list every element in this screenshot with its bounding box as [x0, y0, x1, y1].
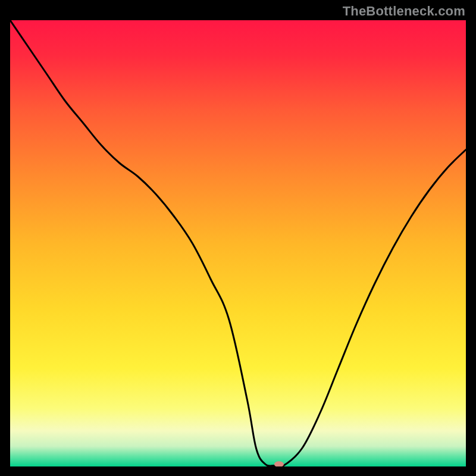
- watermark-label: TheBottleneck.com: [343, 4, 465, 19]
- plot-frame: [10, 20, 466, 466]
- gradient-background: [10, 20, 466, 466]
- plot-area: [10, 20, 466, 466]
- chart-container: TheBottleneck.com: [0, 0, 476, 476]
